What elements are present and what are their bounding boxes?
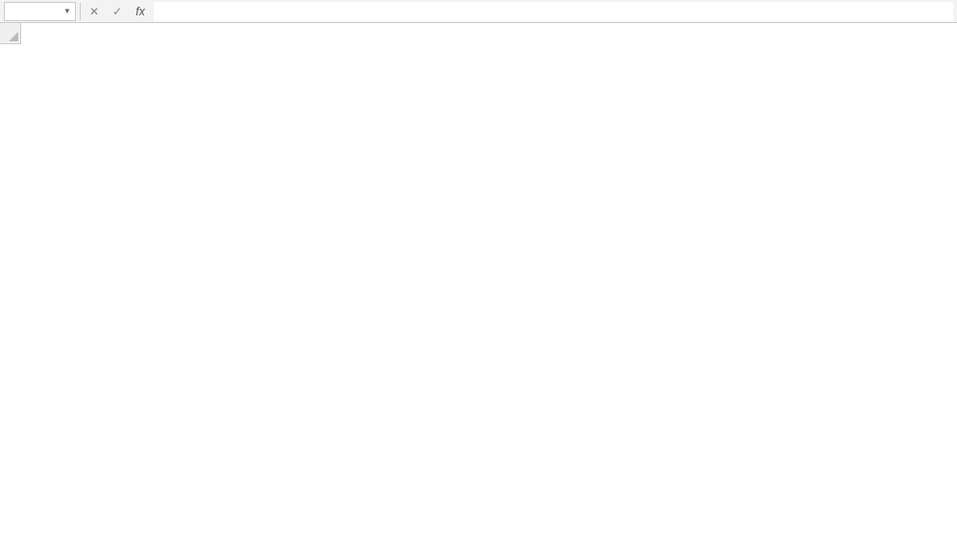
select-all-corner[interactable] <box>0 23 21 44</box>
formula-bar: ▼ ✕ ✓ fx <box>0 0 957 23</box>
formula-input[interactable] <box>154 2 953 21</box>
check-icon[interactable]: ✓ <box>108 2 127 21</box>
separator <box>80 3 81 20</box>
fx-icon[interactable]: fx <box>131 2 150 21</box>
chevron-down-icon: ▼ <box>63 7 71 15</box>
cancel-icon[interactable]: ✕ <box>85 2 104 21</box>
name-box[interactable]: ▼ <box>4 2 76 21</box>
